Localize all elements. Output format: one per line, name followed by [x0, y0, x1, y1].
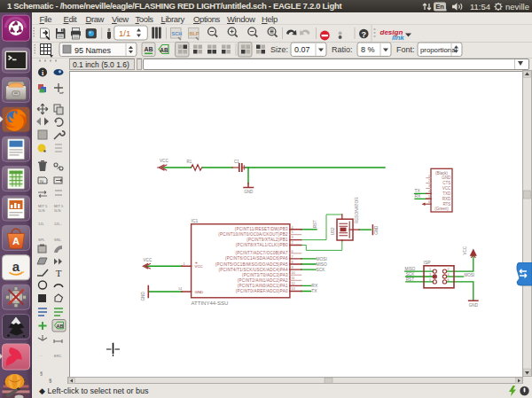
svg-text:0.07: 0.07: [294, 45, 310, 54]
svg-text:RST: RST: [406, 277, 414, 282]
svg-text:neville: neville: [505, 2, 529, 12]
svg-text:12: 12: [292, 282, 295, 285]
svg-text:11:54: 11:54: [470, 2, 490, 12]
svg-text:12L: 12L: [38, 222, 44, 226]
svg-text:RX: RX: [415, 193, 422, 199]
svg-text:ATTINY44-SSU: ATTINY44-SSU: [192, 300, 229, 306]
svg-text:(PCINT7/ADC7/OC0B)PA7: (PCINT7/ADC7/OC0B)PA7: [236, 251, 288, 255]
svg-text:(PCINT8/XTAL1/CLKI)PB0: (PCINT8/XTAL1/CLKI)PB0: [236, 243, 288, 247]
svg-text:C1: C1: [234, 160, 239, 164]
svg-text:Ratio:: Ratio:: [332, 45, 353, 54]
svg-text:GND: GND: [244, 190, 254, 194]
svg-text:GND: GND: [195, 290, 204, 294]
svg-text:(PCINT4/T1/SCK/USCK/ADC4)PA4: (PCINT4/T1/SCK/USCK/ADC4)PA4: [219, 268, 288, 272]
svg-text:1/1: 1/1: [119, 28, 130, 38]
svg-text:(PCINT3/T0/ADC3)PA3: (PCINT3/T0/ADC3)PA3: [242, 273, 288, 277]
svg-text:SCH: SCH: [172, 31, 183, 36]
svg-text:a: a: [12, 259, 20, 274]
svg-text:Size:: Size:: [270, 45, 288, 54]
svg-text:(Green): (Green): [434, 207, 449, 211]
svg-text:9: 9: [292, 266, 293, 269]
svg-text:AB: AB: [160, 47, 168, 53]
svg-text:3: 3: [428, 184, 430, 188]
svg-text:SIN..: SIN..: [54, 238, 62, 242]
svg-text:4: 4: [448, 273, 450, 277]
svg-text:link: link: [392, 34, 404, 42]
svg-text:5: 5: [292, 230, 293, 234]
svg-text:2: 2: [292, 241, 293, 245]
svg-text:Font:: Font:: [396, 45, 415, 54]
svg-text:(PCINT2/AIN1/ADC2)PA2: (PCINT2/AIN1/ADC2)PA2: [238, 278, 288, 283]
svg-text:(PCINT5/OC1B/MISO/DO/ADC5)PA5: (PCINT5/OC1B/MISO/DO/ADC5)PA5: [215, 262, 288, 267]
svg-text:TXD: TXD: [442, 191, 451, 196]
svg-text:N: N: [40, 179, 43, 184]
svg-text:(PCINT10/INT0/OC0A/CKOUT)PB2: (PCINT10/INT0/OC0A/CKOUT)PB2: [218, 232, 288, 237]
svg-text:T: T: [56, 268, 62, 278]
svg-text:GND: GND: [141, 292, 145, 301]
svg-text:MISO: MISO: [405, 267, 416, 271]
svg-text:ISP: ISP: [424, 260, 432, 265]
svg-text:GND: GND: [442, 176, 451, 180]
svg-text:10: 10: [292, 271, 295, 275]
svg-text:RST: RST: [313, 220, 317, 228]
svg-text:US2: US2: [331, 227, 335, 235]
svg-text:(PCINT11/RESET/DW)PB3: (PCINT11/RESET/DW)PB3: [235, 227, 288, 231]
svg-text:AB: AB: [144, 46, 153, 52]
svg-text:8 %: 8 %: [361, 45, 375, 54]
svg-text:IC1: IC1: [192, 218, 199, 223]
svg-text:GND: GND: [469, 303, 479, 308]
svg-text:3: 3: [292, 236, 293, 239]
svg-text:1: 1: [184, 262, 185, 266]
svg-text:95 Names: 95 Names: [74, 46, 112, 55]
svg-text:5: 5: [428, 195, 430, 199]
svg-text:6: 6: [448, 278, 450, 282]
svg-text:RESONATOR: RESONATOR: [355, 197, 359, 223]
svg-text:?: ?: [362, 30, 367, 39]
svg-text:AB: AB: [57, 324, 64, 329]
svg-text:VCC: VCC: [160, 159, 168, 163]
svg-text:SPL: SPL: [38, 238, 45, 242]
svg-text:(PCINT1/AIN0/ADC1)PA1: (PCINT1/AIN0/ADC1)PA1: [238, 284, 288, 288]
svg-text:MOSI: MOSI: [464, 273, 474, 277]
svg-text:SCK: SCK: [317, 268, 326, 272]
svg-text:2: 2: [428, 179, 430, 183]
svg-text:4: 4: [428, 190, 430, 193]
svg-text:4: 4: [292, 226, 293, 230]
svg-text:MOSI: MOSI: [317, 257, 327, 261]
svg-text:BLP: BLP: [190, 31, 200, 36]
svg-text:1: 1: [429, 268, 431, 271]
svg-text:····: ····: [38, 354, 43, 358]
svg-text:5LN: 5LN: [38, 208, 44, 213]
svg-text:(PCINT0/AREF/ADC0)PA0: (PCINT0/AREF/ADC0)PA0: [236, 289, 288, 293]
svg-text:CTS: CTS: [442, 181, 450, 185]
svg-text:5: 5: [429, 278, 431, 282]
svg-text:RXD: RXD: [442, 197, 451, 201]
svg-text:RX: RX: [311, 283, 318, 288]
svg-text:ERC: ERC: [54, 354, 62, 358]
svg-text:6: 6: [292, 250, 293, 254]
svg-text:12L..: 12L..: [54, 222, 62, 226]
svg-text:MISO: MISO: [317, 262, 328, 267]
svg-text:13: 13: [292, 287, 295, 291]
svg-text:3: 3: [429, 273, 431, 277]
svg-text:6: 6: [428, 200, 430, 204]
svg-text:VCC: VCC: [144, 258, 153, 262]
svg-text:TX: TX: [311, 288, 317, 293]
svg-text:En: En: [435, 3, 444, 11]
svg-text:GND: GND: [374, 225, 379, 235]
svg-text:(PCINT9/XTAL2)PB1: (PCINT9/XTAL2)PB1: [246, 238, 288, 242]
svg-text:8: 8: [292, 261, 293, 264]
svg-text:VCC: VCC: [195, 264, 203, 269]
svg-text:§: §: [40, 371, 43, 376]
svg-text:5LN: 5LN: [54, 208, 60, 213]
svg-text:VCC: VCC: [442, 186, 451, 191]
svg-text:R1: R1: [187, 160, 192, 164]
svg-text:SCK: SCK: [406, 272, 415, 277]
svg-text:RTS: RTS: [442, 202, 450, 207]
svg-text:(Black): (Black): [435, 171, 449, 176]
svg-text:7: 7: [292, 255, 293, 259]
svg-text:11: 11: [292, 277, 295, 280]
svg-text:2: 2: [448, 268, 450, 271]
svg-text:A: A: [12, 236, 20, 246]
svg-text:(PCINT6/OC1A/SDA/ADC6)PA6: (PCINT6/OC1A/SDA/ADC6)PA6: [225, 256, 288, 261]
